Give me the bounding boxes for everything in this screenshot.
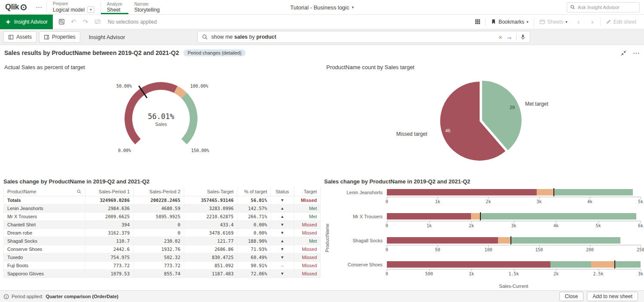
insight-advisor-button[interactable]: Insight Advisor	[0, 15, 53, 29]
table-cell: Shagall Socks	[4, 237, 85, 245]
column-header[interactable]: Target	[294, 187, 321, 196]
period-applied-value: Quarter comparison (OrderDate)	[46, 294, 118, 299]
previous-sheet-button[interactable]: ‹	[573, 16, 585, 28]
axis-tick-label: 500	[425, 271, 433, 276]
bullet-y-axis-title: ProductName	[324, 187, 330, 289]
bullet-target-marker	[553, 188, 554, 196]
column-header[interactable]: Sales-Period 2	[134, 187, 184, 196]
column-header[interactable]: Sales-Period 1	[85, 187, 134, 196]
collapse-icon[interactable]	[620, 50, 627, 56]
axis-tick-label: 250	[637, 247, 644, 252]
table-row[interactable]: Lenin Jeanshorts2984.6364680.593283.0996…	[4, 204, 321, 213]
top-bar: Qlik ⋯ Prepare Logical model ▾ Analyze S…	[0, 0, 644, 15]
clear-selections-icon	[94, 18, 101, 25]
close-button[interactable]: Close	[559, 292, 584, 301]
column-header[interactable]: Sales-Target	[184, 187, 237, 196]
ask-insight-advisor-input[interactable]	[578, 5, 636, 10]
bullet-row: Mr X Trousers01k2k3k4k5k6k	[330, 211, 641, 235]
logical-model-dropdown-button[interactable]: ▾	[87, 6, 94, 13]
divider	[485, 18, 486, 26]
chevron-down-icon: ▾	[526, 20, 529, 24]
pie-value-missed: 46	[445, 128, 450, 133]
bullet-category-label: Conserve Shoes	[330, 259, 387, 284]
bullet-x-axis-title: Sales-Current	[387, 284, 641, 289]
table-row[interactable]: Dream robe3162.37903478.61690.00%▼Missed	[4, 229, 321, 237]
table-cell: 266.71%	[237, 213, 271, 221]
table-cell: 394	[85, 221, 134, 229]
bullet-bar[interactable]	[387, 261, 641, 268]
table-cell: 200228.2465	[134, 196, 184, 204]
bookmarks-button[interactable]: Bookmarks ▾	[487, 19, 532, 25]
global-menu-button[interactable]: ⋯	[31, 0, 46, 14]
insight-advisor-panel-title: Insight Advisor	[89, 34, 125, 40]
ask-insight-advisor-box[interactable]	[567, 2, 640, 12]
table-row[interactable]: Shagall Socks110.7230.02121.77188.90%▲Me…	[4, 237, 321, 245]
table-row[interactable]: Mr X Trousers2009.66255895.99252210.6287…	[4, 213, 321, 221]
table-cell: Tuxedo	[4, 253, 85, 262]
table-cell: Missed	[294, 196, 321, 204]
table-totals-row[interactable]: Totals324969.0286200228.2465357465.93146…	[4, 196, 321, 204]
table-row[interactable]: Sapporoo Gloves1079.53855.741187.48372.0…	[4, 270, 321, 278]
bullet-category-label: Mr X Trousers	[330, 211, 387, 235]
bullet-bar[interactable]	[387, 213, 641, 220]
selections-tool-button[interactable]	[55, 16, 67, 28]
sheets-button[interactable]: Sheets ▾	[536, 19, 571, 25]
bullet-segment-orange	[537, 189, 553, 195]
chevron-down-icon: ▾	[352, 5, 354, 9]
table-row[interactable]: Tuxedo754.975502.32830.472560.49%▼Missed	[4, 253, 321, 262]
grid-view-button[interactable]	[471, 16, 483, 28]
axis-tick-label: 5k	[638, 199, 643, 204]
table-cell: 324969.0286	[85, 196, 134, 204]
bullet-segment-red	[387, 261, 550, 268]
microphone-icon[interactable]	[520, 34, 526, 40]
table-cell: 0	[134, 229, 184, 237]
column-header[interactable]: % of target	[237, 187, 271, 196]
assets-button[interactable]: Assets	[3, 31, 36, 43]
clear-selections-button[interactable]	[91, 16, 103, 28]
nav-narrate[interactable]: Narrate Storytelling	[128, 0, 166, 14]
column-header[interactable]: ProductName	[4, 187, 85, 196]
submit-query-button[interactable]: →	[506, 34, 513, 40]
bullet-bar[interactable]	[387, 237, 641, 244]
column-header[interactable]: Status	[271, 187, 294, 196]
selections-tool-icon	[58, 18, 65, 25]
edit-sheet-button[interactable]: Edit sheet	[602, 19, 640, 25]
search-icon	[570, 4, 575, 10]
gauge-measure-label: Sales	[155, 122, 167, 127]
next-sheet-button[interactable]: ›	[586, 16, 598, 28]
table-cell: ▲	[271, 237, 294, 245]
edit-sheet-label: Edit sheet	[614, 19, 636, 25]
bullet-segment-green	[553, 189, 633, 195]
bottom-row: Sales change by ProductName in 2019-Q2 a…	[0, 177, 644, 290]
insight-query-input[interactable]: show me sales by product × →	[197, 31, 530, 43]
app-title: Tutorial - Business logic	[290, 4, 349, 11]
results-more-menu[interactable]: ⋯	[633, 49, 640, 57]
divider	[534, 18, 534, 26]
step-back-button[interactable]: ↶	[67, 16, 79, 28]
table-cell: ▼	[271, 270, 294, 278]
nav-prepare[interactable]: Prepare Logical model ▾	[47, 0, 100, 14]
table-cell: 3162.379	[85, 229, 134, 237]
table-row[interactable]: Conserve Shoes2442.61932.762686.8671.93%…	[4, 245, 321, 253]
properties-button[interactable]: Properties	[39, 31, 80, 43]
table-cell: Missed	[294, 221, 321, 229]
nav-analyze[interactable]: Analyze Sheet	[101, 0, 128, 14]
divider	[516, 34, 516, 40]
table-row[interactable]: Fuji Boots773.72773.72851.09290.91%--Mis…	[4, 262, 321, 270]
qlik-logo-text: Qlik	[5, 3, 19, 12]
period-applied-label: Period applied:	[12, 294, 43, 299]
axis-tick-label: 5k	[595, 223, 601, 228]
app-title-selector[interactable]: Tutorial - Business logic ▾	[290, 0, 354, 15]
clear-query-button[interactable]: ×	[498, 34, 502, 40]
add-to-new-sheet-button[interactable]: Add to new sheet	[587, 292, 638, 301]
nav-prepare-label: Prepare	[53, 1, 94, 6]
axis-tick-label: 2.5k	[593, 271, 603, 276]
gauge-tick-150: 150.00%	[191, 148, 209, 153]
table-cell: 0.00%	[237, 229, 271, 237]
bullet-row: Conserve Shoes05001k1.5k2k2.5k3k	[330, 259, 641, 284]
axis-tick-label: 0	[386, 247, 388, 252]
step-forward-button[interactable]: ↷	[79, 16, 91, 28]
table-row[interactable]: Chantell Shirt3940433.40.00%▼Missed	[4, 221, 321, 229]
toolbar-right: Bookmarks ▾ Sheets ▾ ‹ › Edit sheet	[471, 16, 644, 28]
bullet-bar[interactable]	[387, 189, 641, 195]
